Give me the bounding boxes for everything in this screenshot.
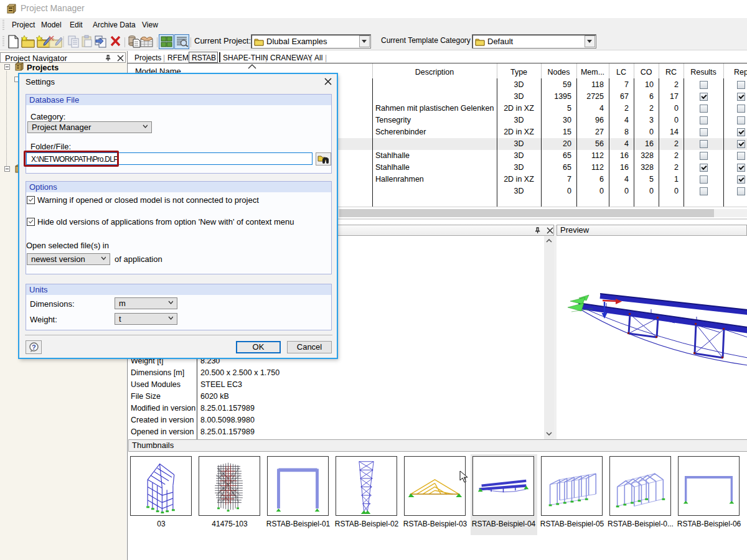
svg-text:?: ? <box>32 343 36 351</box>
